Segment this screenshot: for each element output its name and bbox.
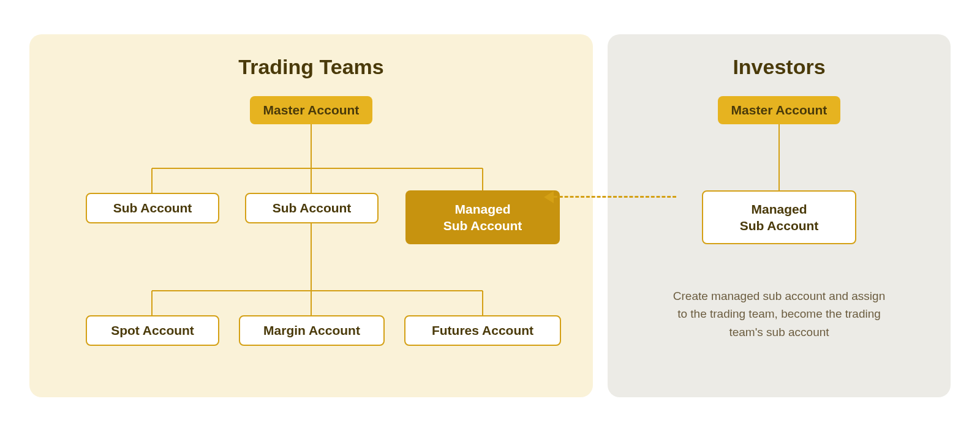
investors-panel: Investors Master Account Managed Sub Acc… [608, 34, 951, 397]
trading-sub2-node: Sub Account [245, 193, 379, 223]
trading-diagram: Master Account Sub Account Sub Account M… [54, 96, 568, 378]
margin-account-node: Margin Account [239, 315, 385, 346]
trading-managed-node: Managed Sub Account [405, 190, 560, 244]
trading-teams-panel: Trading Teams Ma [29, 34, 593, 397]
futures-account-node: Futures Account [404, 315, 561, 346]
spot-account-node: Spot Account [86, 315, 219, 346]
investors-managed-node: Managed Sub Account [702, 190, 856, 244]
assign-arrow-head-icon [544, 191, 554, 203]
diagram-page: Trading Teams Ma [0, 0, 980, 434]
investors-description: Create managed sub account and assign to… [669, 287, 889, 341]
trading-master-node: Master Account [250, 96, 372, 124]
investors-title: Investors [632, 55, 926, 79]
assign-arrow-line [554, 196, 676, 198]
trading-sub1-node: Sub Account [86, 193, 219, 223]
investors-master-node: Master Account [718, 96, 840, 124]
trading-title: Trading Teams [54, 55, 568, 79]
investors-diagram: Master Account Managed Sub Account Creat… [632, 96, 926, 378]
